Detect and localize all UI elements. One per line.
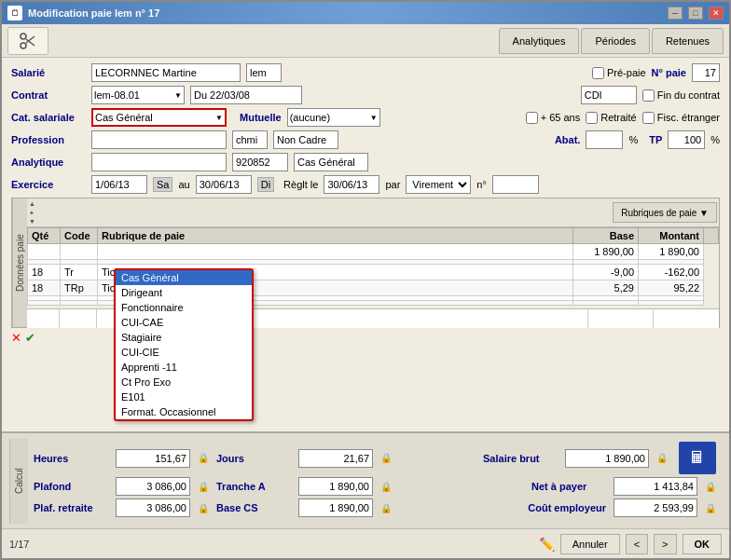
dropdown-item-e101[interactable]: E101 xyxy=(116,389,252,404)
base-cs-input[interactable]: 1 890,00 xyxy=(298,499,373,517)
jours-label: Jours xyxy=(216,453,291,464)
fin-contrat-checkbox[interactable] xyxy=(642,89,655,102)
annuler-button[interactable]: Annuler xyxy=(560,534,620,554)
salarie-code-input[interactable]: lem xyxy=(246,63,282,82)
cout-label: Coût employeur xyxy=(528,502,606,513)
arrow-down-icon[interactable]: ▼ xyxy=(29,218,35,225)
minimize-button[interactable]: ─ xyxy=(668,7,683,20)
tranche-a-input[interactable]: 1 890,00 xyxy=(298,477,373,496)
retraite-checkbox[interactable] xyxy=(586,112,598,124)
virement-select[interactable]: Virement xyxy=(406,175,471,194)
contrat-select[interactable]: lem-08.01 ▼ xyxy=(91,86,185,104)
edit-qte[interactable] xyxy=(27,309,60,328)
salaire-brut-input[interactable]: 1 890,00 xyxy=(565,449,649,468)
contrat-from-input[interactable]: Du 22/03/08 xyxy=(190,86,302,104)
contrat-row: Contrat lem-08.01 ▼ Du 22/03/08 CDI Fin … xyxy=(11,86,720,104)
toolbar: Analytiques Périodes Retenues xyxy=(2,24,729,58)
npaie-input[interactable]: 17 xyxy=(692,63,720,82)
dropdown-item-cas-general[interactable]: Cas Général xyxy=(116,270,252,285)
edit-base[interactable] xyxy=(588,309,654,328)
maximize-button[interactable]: □ xyxy=(688,7,703,20)
prev-button[interactable]: < xyxy=(626,534,648,554)
contrat-type-input[interactable]: CDI xyxy=(581,86,637,104)
exercice-to-input[interactable]: 30/06/13 xyxy=(196,175,252,194)
tab-analytiques[interactable]: Analytiques xyxy=(499,28,580,54)
retraite-label: Retraité xyxy=(600,112,637,123)
salaire-brut-lock-icon: 🔒 xyxy=(656,453,668,463)
calcul-row-1: Heures 151,67 🔒 Jours 21,67 🔒 Salaire br… xyxy=(34,442,716,474)
col-code: Code xyxy=(61,228,98,244)
cell-qte: 18 xyxy=(28,280,61,296)
tranche-a-lock-icon: 🔒 xyxy=(380,482,392,492)
table-row[interactable]: 1 890,00 1 890,00 xyxy=(28,244,719,260)
exercice-from-input[interactable]: 1/06/13 xyxy=(91,175,147,194)
npaie-label: N° paie xyxy=(652,67,686,78)
calcul-row-2: Plafond 3 086,00 🔒 Tranche A 1 890,00 🔒 … xyxy=(34,477,716,496)
heures-input[interactable]: 151,67 xyxy=(116,449,190,468)
next-button[interactable]: > xyxy=(654,534,676,554)
analytique-input[interactable] xyxy=(91,153,227,171)
analytique-label: Analytique xyxy=(11,157,86,168)
plafond-lock-icon: 🔒 xyxy=(198,482,209,492)
dropdown-item-fonctionnaire[interactable]: Fonctionnaire xyxy=(116,300,252,315)
close-button[interactable]: ✕ xyxy=(709,7,724,20)
calcul-footer: Calcul Heures 151,67 🔒 Jours 21,67 🔒 Sal… xyxy=(2,431,729,528)
profession-code-input[interactable]: chmi xyxy=(232,130,268,149)
heures-lock-icon: 🔒 xyxy=(198,453,209,463)
plafond-input[interactable]: 3 086,00 xyxy=(116,477,190,496)
dropdown-item-stagiaire[interactable]: Stagiaire xyxy=(116,330,252,345)
cell-code: TRp xyxy=(61,280,98,296)
analytique-code-input[interactable]: 920852 xyxy=(232,153,288,171)
delete-icon[interactable]: ✕ xyxy=(11,331,21,345)
cat-salariale-arrow-icon: ▼ xyxy=(212,114,223,122)
salarie-name-input[interactable]: LECORNNEC Martine xyxy=(91,63,241,82)
fisc-checkbox[interactable] xyxy=(642,112,655,124)
donnees-paie-side-label: Données paie xyxy=(12,198,27,327)
col-qte: Qté xyxy=(28,228,61,244)
mutuelle-value: (aucune) xyxy=(290,112,330,123)
cat-salariale-select[interactable]: Cas Général ▼ xyxy=(91,108,227,127)
cout-input[interactable]: 2 593,99 xyxy=(614,499,697,517)
dropdown-item-cui-cie[interactable]: CUI-CIE xyxy=(116,345,252,360)
net-input[interactable]: 1 413,84 xyxy=(614,477,697,496)
calcul-inner: Calcul Heures 151,67 🔒 Jours 21,67 🔒 Sal… xyxy=(9,438,722,524)
cat-salariale-value: Cas Général xyxy=(95,112,153,123)
analytique-desc-input[interactable]: Cas Général xyxy=(294,153,368,171)
mutuelle-select[interactable]: (aucune) ▼ xyxy=(287,108,380,127)
base-cs-lock-icon: 🔒 xyxy=(380,503,392,513)
tp-input[interactable]: 100 xyxy=(668,130,705,149)
contrat-label: Contrat xyxy=(11,89,86,101)
plafond-label: Plafond xyxy=(34,481,108,492)
profession-statut-input[interactable]: Non Cadre xyxy=(273,130,338,149)
calcul-fields: Heures 151,67 🔒 Jours 21,67 🔒 Salaire br… xyxy=(28,438,722,524)
dropdown-item-apprenti[interactable]: Apprenti -11 xyxy=(116,360,252,375)
edit-montant[interactable] xyxy=(654,309,719,328)
svg-point-0 xyxy=(21,34,26,39)
tab-periodes[interactable]: Périodes xyxy=(581,28,649,54)
dropdown-item-dirigeant[interactable]: Dirigeant xyxy=(116,285,252,300)
cell-base: 5,29 xyxy=(573,280,639,296)
ok-button[interactable]: OK xyxy=(683,534,723,554)
dropdown-item-cui-cae[interactable]: CUI-CAE xyxy=(116,315,252,330)
dropdown-item-ct-pro-exo[interactable]: Ct Pro Exo xyxy=(116,375,252,389)
prepayee-checkbox[interactable] xyxy=(592,67,604,79)
abat-pct-input[interactable] xyxy=(586,130,623,149)
dropdown-item-format-occ[interactable]: Format. Occasionnel xyxy=(116,404,252,419)
regle-date-input[interactable]: 30/06/13 xyxy=(324,175,379,194)
arrow-star-icon[interactable]: ✦ xyxy=(29,210,35,217)
calculator-icon[interactable]: 🖩 xyxy=(679,442,716,474)
cell-base: 1 890,00 xyxy=(573,244,639,260)
tab-retenues[interactable]: Retenues xyxy=(652,28,724,54)
virement-n-input[interactable] xyxy=(492,175,539,194)
cat-salariale-dropdown: Cas Général Dirigeant Fonctionnaire CUI-… xyxy=(114,268,254,421)
fisc-label: Fisc. étranger xyxy=(657,112,720,123)
jours-input[interactable]: 21,67 xyxy=(298,449,373,468)
scissors-icon-button[interactable] xyxy=(7,27,48,55)
rubriques-button[interactable]: Rubriques de paie ▼ xyxy=(613,202,717,223)
profession-input[interactable] xyxy=(91,130,227,149)
edit-code[interactable] xyxy=(60,309,97,328)
checkmark-icon[interactable]: ✔ xyxy=(25,331,35,345)
arrow-up-icon[interactable]: ▲ xyxy=(29,200,35,207)
plus65-checkbox[interactable] xyxy=(526,112,538,124)
plaf-retraite-input[interactable]: 3 086,00 xyxy=(116,499,190,517)
